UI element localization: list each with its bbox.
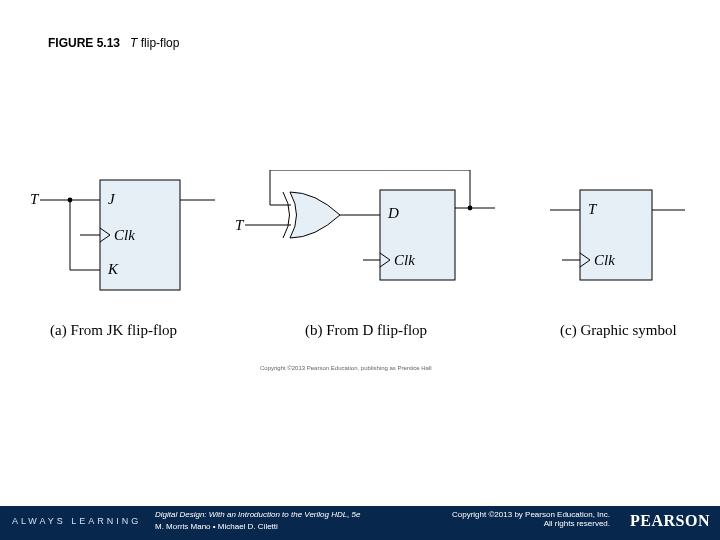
- footer-bar: ALWAYS LEARNING Digital Design: With an …: [0, 506, 720, 540]
- caption-a: (a) From JK flip-flop: [50, 322, 177, 339]
- diagram-canvas: T J K Clk (a) From JK flip-flop T D Clk …: [30, 170, 690, 400]
- figure-label: FIGURE 5.13 T flip-flop: [48, 36, 179, 50]
- label-b-d: D: [387, 205, 399, 221]
- label-a-clk: Clk: [114, 227, 135, 243]
- figure-title-rest: flip-flop: [137, 36, 179, 50]
- footer-copyright: Copyright ©2013 by Pearson Education, In…: [452, 510, 610, 528]
- label-c-clk: Clk: [594, 252, 615, 268]
- caption-c: (c) Graphic symbol: [560, 322, 677, 339]
- label-a-k: K: [107, 261, 119, 277]
- micro-copyright: Copyright ©2013 Pearson Education, publi…: [260, 365, 432, 371]
- xor-gate-icon: [290, 192, 340, 238]
- footer-authors: M. Morris Mano • Michael D. Ciletti: [155, 522, 278, 531]
- label-b-input: T: [235, 217, 245, 233]
- label-b-clk: Clk: [394, 252, 415, 268]
- d-box: [380, 190, 455, 280]
- subfig-b: T D Clk (b) From D flip-flop: [235, 170, 495, 339]
- figure-number: FIGURE 5.13: [48, 36, 120, 50]
- footer-book-title: Digital Design: With an Introduction to …: [155, 510, 361, 519]
- caption-b: (b) From D flip-flop: [305, 322, 427, 339]
- subfig-c: T Clk (c) Graphic symbol: [550, 190, 685, 339]
- always-learning-label: ALWAYS LEARNING: [12, 516, 141, 526]
- pearson-logo: PEARSON: [630, 512, 710, 530]
- label-a-input: T: [30, 191, 40, 207]
- subfig-a: T J K Clk (a) From JK flip-flop: [30, 180, 215, 339]
